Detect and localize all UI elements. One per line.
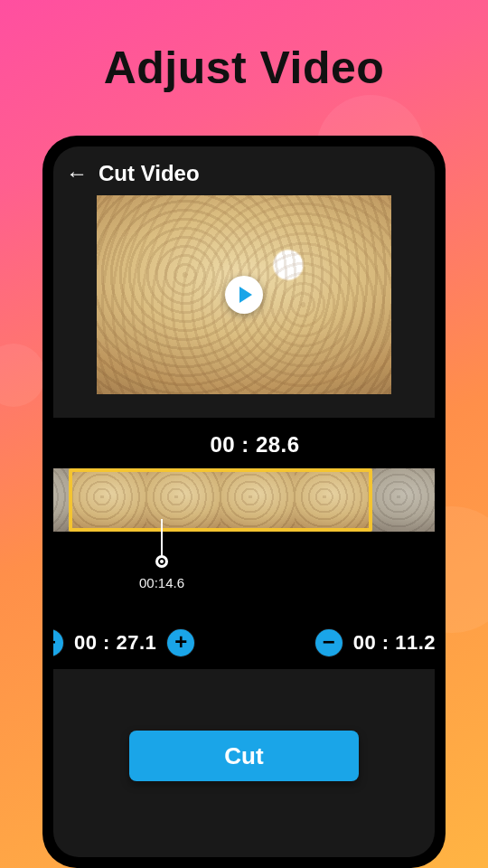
play-button[interactable] [225,276,263,314]
timeline-frame [72,468,146,532]
phone-frame: ← Cut Video 00 : 28.6 [42,136,446,868]
end-time: 00 : 11.2 [353,631,435,655]
app-screen: ← Cut Video 00 : 28.6 [53,146,435,857]
minus-icon: − [53,629,56,655]
minus-icon: − [323,629,335,655]
playhead-time: 00:14.6 [139,575,184,590]
start-minus-button[interactable]: − [53,629,63,656]
end-time-group: − 00 : 11.2 + [315,629,435,656]
video-preview-container [53,195,435,394]
decor-circle [0,344,45,407]
trim-panel: 00 : 28.6 00:14.6 − 0 [53,418,435,669]
start-plus-button[interactable]: + [167,629,194,656]
timeline-strip[interactable] [53,468,435,532]
timeline-frame [295,468,369,532]
play-icon [239,287,252,303]
screen-title: Cut Video [99,161,200,186]
timeline-frame [221,468,295,532]
playhead-handle[interactable] [155,555,168,568]
total-duration: 00 : 28.6 [53,432,435,458]
timeline-frame [369,468,435,532]
video-preview[interactable] [97,195,391,394]
end-minus-button[interactable]: − [315,629,343,656]
start-time: 00 : 27.1 [74,631,156,655]
cut-button[interactable]: Cut [129,731,359,781]
page-title: Adjust Video [0,0,488,94]
trim-controls: − 00 : 27.1 + − 00 : 11.2 + [53,629,435,656]
back-arrow-icon[interactable]: ← [66,163,88,184]
timeline-frame [53,468,72,532]
promo-background: Adjust Video ← Cut Video 00 : 28.6 [0,0,488,868]
playhead-line[interactable] [161,519,163,559]
app-bar: ← Cut Video [53,146,435,195]
timeline-frame [146,468,221,532]
plus-icon: + [174,629,187,655]
start-time-group: − 00 : 27.1 + [53,629,194,656]
